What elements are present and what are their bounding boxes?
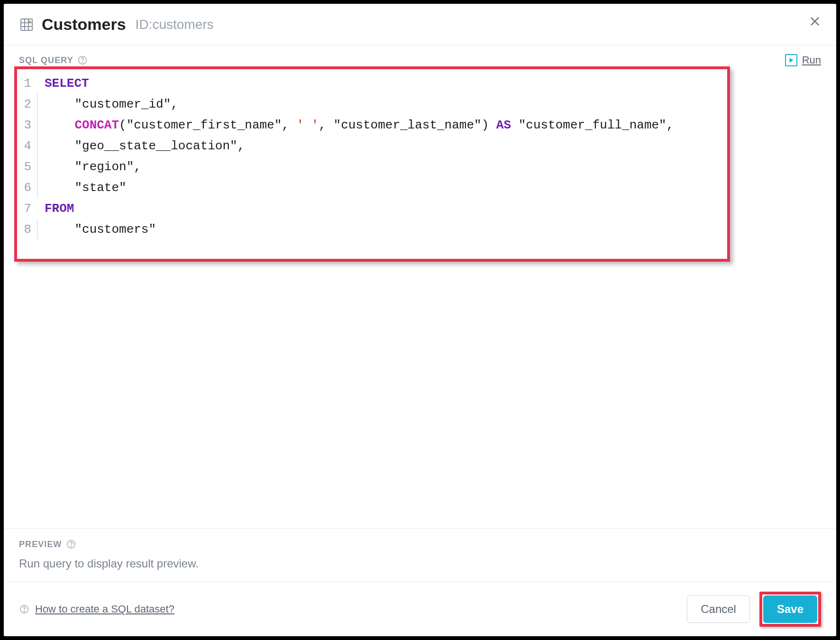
preview-label: PREVIEW [19, 539, 821, 549]
token-paren: ( [119, 118, 127, 132]
line-number: 1 [18, 73, 35, 94]
svg-point-8 [82, 62, 82, 63]
close-button[interactable] [807, 13, 823, 29]
dataset-id-label: ID:customers [136, 17, 214, 32]
sql-editor[interactable]: 1 SELECT 2 "customer_id", 3 CONCAT("cust… [4, 70, 836, 240]
token-string: ' ' [297, 118, 319, 132]
help-link-text: How to create a SQL dataset? [35, 603, 174, 615]
sql-query-label-text: SQL QUERY [19, 55, 73, 65]
line-number: 2 [18, 94, 35, 115]
line-number: 3 [18, 115, 35, 136]
code-line: 3 CONCAT("customer_first_name", ' ', "cu… [18, 115, 836, 136]
line-number: 5 [18, 156, 35, 177]
token-comma: , [282, 118, 296, 132]
token-identifier: "region" [74, 160, 134, 174]
footer-actions: Cancel Save [687, 592, 821, 627]
token-identifier: "customer_last_name" [334, 118, 482, 132]
token-comma: , [667, 118, 674, 132]
token-comma: , [171, 97, 178, 111]
code-line: 4 "geo__state__location", [18, 136, 836, 156]
code-line: 6 "state" [18, 177, 836, 198]
save-button[interactable]: Save [763, 595, 817, 623]
token-comma: , [134, 160, 141, 174]
sql-query-label: SQL QUERY [19, 55, 88, 65]
svg-point-10 [71, 546, 71, 547]
token-keyword: SELECT [45, 76, 89, 91]
run-label: Run [802, 54, 821, 66]
run-button[interactable]: Run [785, 54, 821, 66]
line-number: 7 [18, 198, 35, 219]
help-link[interactable]: How to create a SQL dataset? [19, 603, 174, 615]
token-function: CONCAT [74, 118, 119, 132]
help-icon[interactable] [66, 539, 76, 549]
cancel-button[interactable]: Cancel [687, 595, 750, 623]
token-comma: , [237, 139, 245, 153]
token-identifier: "customer_id" [74, 97, 171, 111]
line-number: 6 [18, 177, 35, 198]
table-icon [19, 17, 34, 32]
sql-section-bar: SQL QUERY Run [4, 46, 836, 70]
code-line: 7 FROM [18, 198, 836, 219]
token-identifier: "state" [74, 181, 126, 195]
code-line: 8 "customers" [18, 219, 836, 240]
token-paren: ) [482, 118, 496, 132]
help-icon [19, 604, 29, 614]
token-space [511, 118, 519, 132]
dialog-title: Customers [42, 15, 126, 34]
play-icon [785, 54, 797, 66]
code-line: 5 "region", [18, 156, 836, 177]
line-number: 8 [18, 219, 35, 240]
svg-point-12 [24, 611, 24, 612]
svg-rect-0 [21, 19, 32, 30]
preview-message: Run query to display result preview. [19, 557, 821, 570]
help-icon[interactable] [77, 55, 88, 65]
token-identifier: "customer_first_name" [127, 118, 282, 132]
preview-label-text: PREVIEW [19, 539, 62, 549]
line-number: 4 [18, 136, 35, 156]
token-comma: , [319, 118, 333, 132]
code-line: 2 "customer_id", [18, 94, 836, 115]
dialog-header: Customers ID:customers [4, 4, 836, 46]
dialog-window: Customers ID:customers SQL QUERY Run [4, 4, 836, 636]
annotation-highlight-save: Save [759, 592, 821, 627]
preview-section: PREVIEW Run query to display result prev… [4, 528, 836, 582]
token-identifier: "geo__state__location" [74, 139, 237, 153]
code-line: 1 SELECT [18, 73, 836, 94]
sql-editor-container: 1 SELECT 2 "customer_id", 3 CONCAT("cust… [4, 70, 836, 528]
token-identifier: "customer_full_name" [519, 118, 667, 132]
token-identifier: "customers" [74, 222, 156, 237]
token-keyword: FROM [45, 201, 74, 216]
token-keyword: AS [496, 118, 511, 132]
dialog-footer: How to create a SQL dataset? Cancel Save [4, 582, 836, 636]
